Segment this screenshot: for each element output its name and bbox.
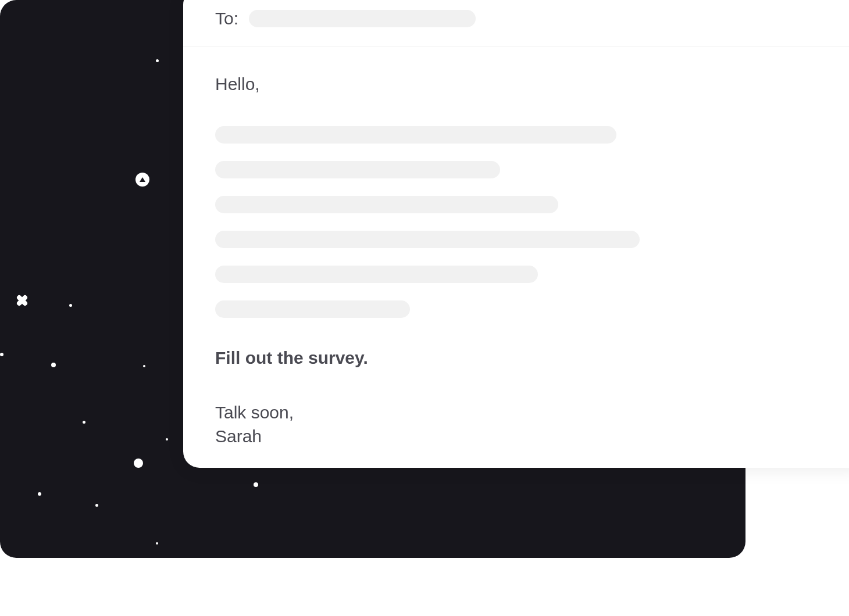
survey-link-container: Fill out the survey. bbox=[215, 348, 834, 367]
body-placeholder-line bbox=[215, 300, 410, 318]
to-input-placeholder[interactable] bbox=[249, 10, 476, 27]
star-decoration bbox=[156, 542, 158, 545]
email-signoff: Talk soon, Sarah bbox=[215, 401, 834, 448]
cross-decoration-icon bbox=[16, 294, 28, 307]
star-decoration bbox=[38, 492, 41, 496]
star-decoration bbox=[254, 482, 258, 487]
star-decoration bbox=[83, 421, 85, 424]
email-body-placeholder-lines bbox=[215, 126, 834, 318]
email-greeting: Hello, bbox=[215, 74, 834, 94]
body-placeholder-line bbox=[215, 266, 538, 283]
star-decoration bbox=[166, 438, 168, 440]
star-decoration bbox=[156, 59, 159, 62]
star-decoration bbox=[95, 504, 98, 507]
star-decoration bbox=[0, 353, 3, 356]
body-placeholder-line bbox=[215, 196, 558, 213]
star-decoration bbox=[51, 363, 56, 367]
email-body: Hello, Fill out the survey. Talk soon, S… bbox=[183, 46, 849, 468]
triangle-decoration-icon bbox=[135, 173, 149, 187]
star-decoration bbox=[143, 365, 145, 367]
body-placeholder-line bbox=[215, 126, 616, 144]
survey-link[interactable]: Fill out the survey. bbox=[215, 348, 368, 367]
email-header: To: bbox=[183, 0, 849, 46]
body-placeholder-line bbox=[215, 231, 640, 248]
star-decoration bbox=[69, 304, 72, 307]
star-decoration bbox=[134, 459, 143, 468]
signoff-text: Talk soon, bbox=[215, 401, 834, 425]
email-compose-card: To: Hello, Fill out the survey. Talk soo… bbox=[183, 0, 849, 468]
to-label: To: bbox=[215, 9, 238, 28]
sender-name: Sarah bbox=[215, 425, 834, 449]
body-placeholder-line bbox=[215, 161, 500, 178]
